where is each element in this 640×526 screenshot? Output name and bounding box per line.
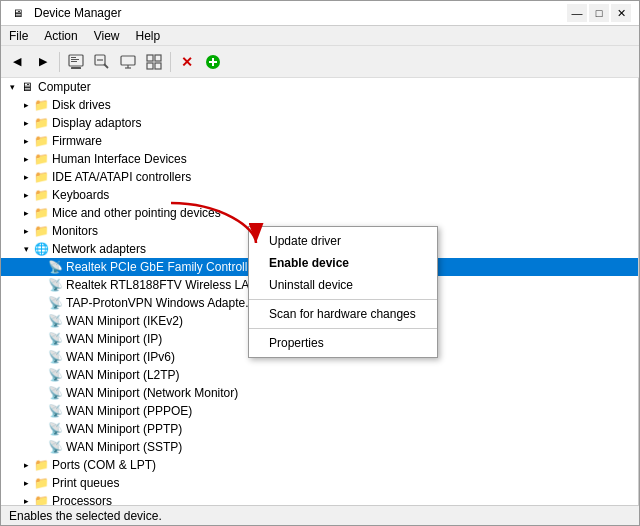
display-button[interactable] [116, 50, 140, 74]
properties-button[interactable] [64, 50, 88, 74]
title-bar: Device Manager — □ ✕ [1, 1, 639, 26]
svg-rect-11 [147, 55, 153, 61]
folder-icon: 📁 [33, 475, 49, 491]
svg-rect-4 [71, 61, 77, 62]
back-button[interactable]: ◀ [5, 50, 29, 74]
minimize-button[interactable]: — [567, 4, 587, 22]
expand-btn-network-adapters[interactable]: ▾ [19, 242, 33, 256]
expand-btn-mice[interactable]: ▸ [19, 206, 33, 220]
expand-button[interactable] [142, 50, 166, 74]
tree-label-processors: Processors [52, 494, 112, 505]
device-icon: 📡 [47, 313, 63, 329]
device-manager-window: Device Manager — □ ✕ File Action View He… [0, 0, 640, 526]
expand-btn-ide-ata[interactable]: ▸ [19, 170, 33, 184]
scan-icon [94, 54, 110, 70]
device-icon: 📡 [47, 439, 63, 455]
tree-label-print-queues: Print queues [52, 476, 119, 490]
tree-item-wan-l2tp[interactable]: 📡WAN Miniport (L2TP) [1, 366, 638, 384]
toolbar-separator-2 [170, 52, 171, 72]
expand-btn-computer[interactable]: ▾ [5, 80, 19, 94]
expand-btn-ports[interactable]: ▸ [19, 458, 33, 472]
tree-item-human-interface[interactable]: ▸📁Human Interface Devices [1, 150, 638, 168]
folder-icon: 📁 [33, 457, 49, 473]
context-menu-item-uninstall-device[interactable]: Uninstall device [249, 274, 437, 296]
tree-item-mice[interactable]: ▸📁Mice and other pointing devices [1, 204, 638, 222]
tree-item-wan-sstp[interactable]: 📡WAN Miniport (SSTP) [1, 438, 638, 456]
tree-item-display-adaptors[interactable]: ▸📁Display adaptors [1, 114, 638, 132]
expand-btn-processors[interactable]: ▸ [19, 494, 33, 505]
device-icon: 📡 [47, 385, 63, 401]
context-menu-separator-sep1 [249, 299, 437, 300]
tree-item-ports[interactable]: ▸📁Ports (COM & LPT) [1, 456, 638, 474]
device-icon: 📡 [47, 277, 63, 293]
folder-icon: 📁 [33, 223, 49, 239]
menu-help[interactable]: Help [128, 27, 169, 45]
window-title: Device Manager [34, 6, 121, 20]
add-button[interactable] [201, 50, 225, 74]
menu-view[interactable]: View [86, 27, 128, 45]
window-icon [9, 5, 25, 21]
tree-label-wan-l2tp: WAN Miniport (L2TP) [66, 368, 180, 382]
main-area: ▾🖥Computer▸📁Disk drives▸📁Display adaptor… [1, 78, 639, 505]
device-icon: 📡 [47, 403, 63, 419]
tree-item-processors[interactable]: ▸📁Processors [1, 492, 638, 505]
context-menu-item-enable-device[interactable]: Enable device [249, 252, 437, 274]
tree-item-wan-netmon[interactable]: 📡WAN Miniport (Network Monitor) [1, 384, 638, 402]
expand-btn-print-queues[interactable]: ▸ [19, 476, 33, 490]
tree-label-network-adapters: Network adapters [52, 242, 146, 256]
menu-file[interactable]: File [1, 27, 36, 45]
expand-btn-keyboards[interactable]: ▸ [19, 188, 33, 202]
tree-item-computer[interactable]: ▾🖥Computer [1, 78, 638, 96]
device-icon: 📡 [47, 349, 63, 365]
folder-icon: 📁 [33, 151, 49, 167]
tree-label-wan-pptp: WAN Miniport (PPTP) [66, 422, 182, 436]
expand-btn-display-adaptors[interactable]: ▸ [19, 116, 33, 130]
svg-line-7 [104, 64, 108, 68]
expand-icon [146, 54, 162, 70]
svg-rect-13 [147, 63, 153, 69]
device-icon: 📡 [47, 331, 63, 347]
remove-button[interactable]: ✕ [175, 50, 199, 74]
context-menu-item-update-driver[interactable]: Update driver [249, 230, 437, 252]
expand-btn-human-interface[interactable]: ▸ [19, 152, 33, 166]
folder-icon: 📁 [33, 493, 49, 505]
context-menu-item-properties[interactable]: Properties [249, 332, 437, 354]
expand-btn-firmware[interactable]: ▸ [19, 134, 33, 148]
folder-icon: 📁 [33, 187, 49, 203]
tree-label-wan-ip: WAN Miniport (IP) [66, 332, 162, 346]
menu-action[interactable]: Action [36, 27, 85, 45]
properties-icon [68, 54, 84, 70]
status-text: Enables the selected device. [9, 509, 162, 523]
folder-icon: 📁 [33, 133, 49, 149]
display-icon [120, 54, 136, 70]
forward-button[interactable]: ▶ [31, 50, 55, 74]
folder-icon: 📁 [33, 115, 49, 131]
tree-item-wan-pptp[interactable]: 📡WAN Miniport (PPTP) [1, 420, 638, 438]
close-button[interactable]: ✕ [611, 4, 631, 22]
tree-item-disk-drives[interactable]: ▸📁Disk drives [1, 96, 638, 114]
device-icon: 📡 [47, 259, 63, 275]
tree-label-ports: Ports (COM & LPT) [52, 458, 156, 472]
tree-item-print-queues[interactable]: ▸📁Print queues [1, 474, 638, 492]
menu-bar: File Action View Help [1, 26, 639, 46]
tree-item-ide-ata[interactable]: ▸📁IDE ATA/ATAPI controllers [1, 168, 638, 186]
context-menu-item-scan-changes[interactable]: Scan for hardware changes [249, 303, 437, 325]
network-icon: 🌐 [33, 241, 49, 257]
status-bar: Enables the selected device. [1, 505, 639, 525]
svg-rect-14 [155, 63, 161, 69]
title-bar-left: Device Manager [9, 5, 121, 21]
tree-label-tap-proton: TAP-ProtonVPN Windows Adapte... [66, 296, 255, 310]
tree-item-firmware[interactable]: ▸📁Firmware [1, 132, 638, 150]
tree-label-realtek-gbe: Realtek PCIe GbE Family Controller [66, 260, 258, 274]
svg-rect-2 [71, 57, 76, 58]
scan-button[interactable] [90, 50, 114, 74]
expand-btn-monitors[interactable]: ▸ [19, 224, 33, 238]
folder-icon: 📁 [33, 169, 49, 185]
tree-item-wan-pppoe[interactable]: 📡WAN Miniport (PPPOE) [1, 402, 638, 420]
maximize-button[interactable]: □ [589, 4, 609, 22]
expand-btn-disk-drives[interactable]: ▸ [19, 98, 33, 112]
tree-label-ide-ata: IDE ATA/ATAPI controllers [52, 170, 191, 184]
tree-item-keyboards[interactable]: ▸📁Keyboards [1, 186, 638, 204]
folder-icon: 📁 [33, 205, 49, 221]
device-icon: 📡 [47, 421, 63, 437]
